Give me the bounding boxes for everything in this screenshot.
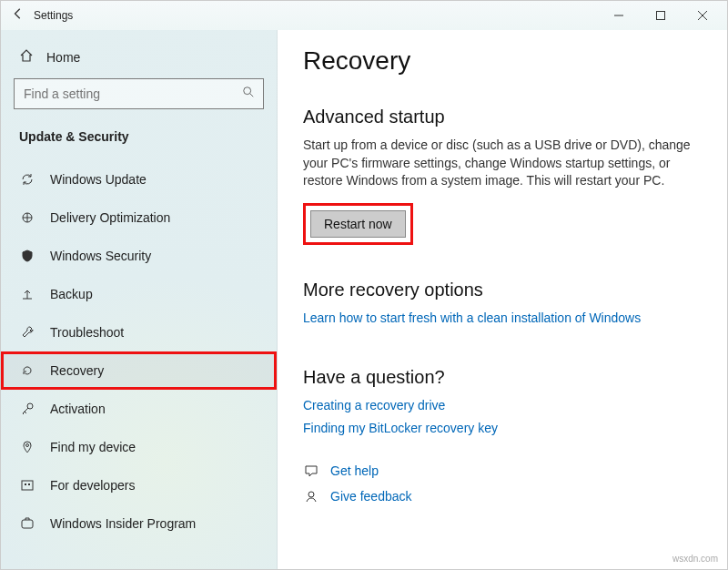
delivery-icon	[19, 209, 35, 226]
advanced-startup-heading: Advanced startup	[303, 107, 702, 127]
get-help-link[interactable]: Get help	[330, 463, 379, 478]
sidebar-item-windows-update[interactable]: Windows Update	[1, 160, 277, 198]
close-button[interactable]	[682, 1, 723, 30]
sidebar-item-label: Windows Update	[50, 172, 147, 187]
sidebar-item-windows-security[interactable]: Windows Security	[1, 237, 277, 275]
svg-line-5	[250, 94, 254, 97]
sidebar-item-backup[interactable]: Backup	[1, 275, 277, 313]
svg-point-8	[26, 444, 29, 447]
search-input[interactable]	[14, 78, 264, 109]
sidebar-item-troubleshoot[interactable]: Troubleshoot	[1, 313, 277, 351]
watermark: wsxdn.com	[672, 554, 718, 564]
key-icon	[19, 401, 35, 417]
page-title: Recovery	[303, 46, 702, 76]
search-icon	[242, 86, 255, 102]
give-feedback-link[interactable]: Give feedback	[330, 489, 412, 504]
sidebar-item-label: For developers	[50, 478, 135, 493]
sidebar-item-label: Troubleshoot	[50, 325, 124, 340]
sidebar-item-windows-insider[interactable]: Windows Insider Program	[1, 504, 277, 543]
developer-icon	[19, 477, 35, 494]
bitlocker-key-link[interactable]: Finding my BitLocker recovery key	[303, 421, 498, 435]
question-heading: Have a question?	[303, 367, 702, 388]
sidebar-item-label: Windows Insider Program	[50, 516, 196, 531]
recovery-icon	[19, 362, 35, 379]
advanced-startup-description: Start up from a device or disc (such as …	[303, 137, 702, 190]
restart-now-button[interactable]: Restart now	[310, 210, 406, 238]
sidebar-item-delivery-optimization[interactable]: Delivery Optimization	[1, 198, 277, 237]
sidebar-item-for-developers[interactable]: For developers	[1, 466, 277, 504]
sidebar-item-label: Delivery Optimization	[50, 210, 170, 225]
sidebar-item-label: Windows Security	[50, 249, 151, 263]
sidebar-item-label: Find my device	[50, 440, 136, 454]
recovery-drive-link[interactable]: Creating a recovery drive	[303, 398, 445, 412]
svg-rect-9	[22, 481, 33, 490]
minimize-button[interactable]	[598, 1, 640, 30]
start-fresh-link[interactable]: Learn how to start fresh with a clean in…	[303, 310, 641, 325]
restart-button-highlight: Restart now	[303, 203, 413, 245]
sidebar-item-activation[interactable]: Activation	[1, 390, 277, 428]
sync-icon	[19, 171, 35, 188]
sidebar-item-label: Backup	[50, 287, 93, 301]
sidebar-section-title: Update & Security	[1, 122, 277, 160]
sidebar-item-label: Recovery	[50, 363, 104, 378]
svg-point-4	[244, 87, 251, 95]
window-title: Settings	[34, 9, 73, 22]
sidebar-item-find-my-device[interactable]: Find my device	[1, 428, 277, 466]
insider-icon	[19, 515, 35, 532]
titlebar: Settings	[1, 1, 727, 30]
home-icon	[19, 48, 34, 66]
back-icon[interactable]	[12, 7, 25, 24]
section-advanced-startup: Advanced startup Start up from a device …	[303, 107, 702, 245]
section-have-a-question: Have a question? Creating a recovery dri…	[303, 367, 702, 443]
svg-rect-12	[22, 520, 33, 528]
maximize-button[interactable]	[640, 1, 682, 30]
svg-point-13	[308, 492, 314, 497]
wrench-icon	[19, 324, 35, 341]
sidebar-item-label: Activation	[50, 402, 106, 416]
feedback-icon	[303, 488, 319, 504]
content-area: Recovery Advanced startup Start up from …	[278, 30, 727, 569]
sidebar-item-recovery[interactable]: Recovery	[1, 351, 277, 390]
section-more-recovery: More recovery options Learn how to start…	[303, 280, 702, 332]
sidebar: Home Update & Security Windows Update	[1, 30, 278, 569]
get-help-icon	[303, 463, 319, 479]
svg-rect-1	[657, 12, 665, 20]
svg-rect-10	[25, 483, 26, 485]
backup-icon	[19, 286, 35, 302]
home-label: Home	[46, 50, 80, 65]
more-recovery-heading: More recovery options	[303, 280, 702, 300]
location-icon	[19, 439, 35, 455]
svg-rect-11	[28, 483, 30, 485]
shield-icon	[19, 248, 35, 264]
section-help: Get help Give feedback	[303, 463, 702, 504]
sidebar-item-home[interactable]: Home	[1, 41, 277, 78]
